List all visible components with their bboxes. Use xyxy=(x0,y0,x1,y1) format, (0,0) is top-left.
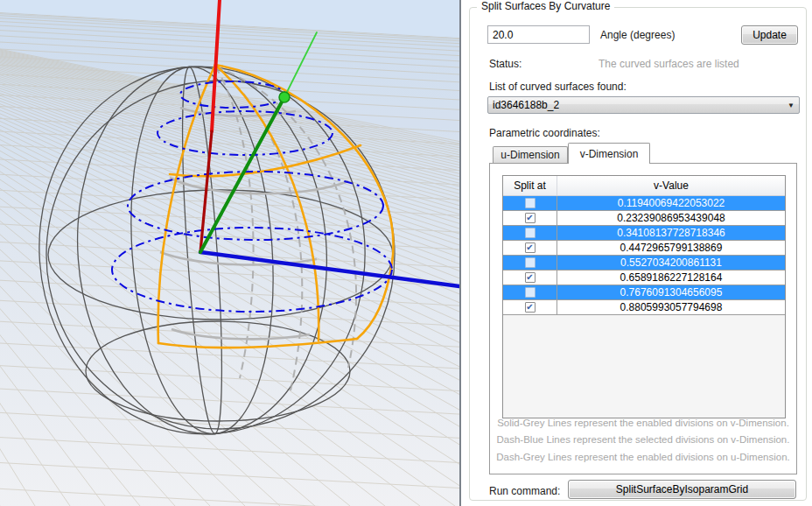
split-surfaces-panel: Split Surfaces By Curvature 20.0 Angle (… xyxy=(461,0,812,506)
v-value-cell: 0.5527034200861131 xyxy=(557,256,785,270)
angle-value: 20.0 xyxy=(493,29,513,41)
footnote-dash-blue: Dash-Blue Lines represent the selected d… xyxy=(490,432,796,449)
tab-v-dimension[interactable]: v-Dimension xyxy=(568,143,650,164)
split-checkbox[interactable]: ✔ xyxy=(525,242,536,253)
v-value-cell: 0.6589186227128164 xyxy=(557,271,785,285)
run-command-button[interactable]: SplitSurfaceByIsoparamGrid xyxy=(568,480,796,499)
v-value-cell: 0.8805993057794698 xyxy=(557,300,785,314)
table-row[interactable]: ✔ 0.4472965799138869 xyxy=(503,241,785,256)
3d-viewport[interactable] xyxy=(0,0,459,506)
v-dimension-tabpanel: Split at v-Value ✔ 0.11940069422053022 ✔… xyxy=(489,163,797,474)
update-button[interactable]: Update xyxy=(741,25,798,45)
run-command-label: Run command: xyxy=(489,485,560,497)
split-checkbox[interactable]: ✔ xyxy=(525,287,536,298)
table-row[interactable]: ✔ 0.34108137728718346 xyxy=(503,226,785,241)
split-surfaces-groupbox: Split Surfaces By Curvature 20.0 Angle (… xyxy=(469,7,807,501)
split-checkbox[interactable]: ✔ xyxy=(525,198,536,208)
angle-label: Angle (degrees) xyxy=(600,29,675,41)
surface-combobox[interactable]: id3646188b_2 ▼ xyxy=(487,96,800,114)
surface-combobox-value: id3646188b_2 xyxy=(488,99,783,111)
split-checkbox[interactable]: ✔ xyxy=(525,257,536,268)
table-row[interactable]: ✔ 0.5527034200861131 xyxy=(503,256,785,271)
parametric-coordinates-label: Parametric coordinates: xyxy=(489,127,600,139)
groupbox-title: Split Surfaces By Curvature xyxy=(477,0,614,12)
footnote-dash-grey: Dash-Grey Lines represent the enabled di… xyxy=(490,449,796,467)
column-header-split-at[interactable]: Split at xyxy=(503,176,557,195)
v-value-cell: 0.4472965799138869 xyxy=(557,241,785,255)
split-checkbox[interactable]: ✔ xyxy=(525,302,536,313)
table-header: Split at v-Value xyxy=(503,176,785,196)
v-value-cell: 0.34108137728718346 xyxy=(557,226,785,240)
table-row[interactable]: ✔ 0.7676091304656095 xyxy=(503,285,785,300)
3d-scene xyxy=(0,0,459,506)
v-value-cell: 0.11940069422053022 xyxy=(557,196,785,210)
v-value-table: Split at v-Value ✔ 0.11940069422053022 ✔… xyxy=(502,175,786,418)
v-value-cell: 0.23239086953439048 xyxy=(557,211,785,225)
status-label: Status: xyxy=(489,58,522,70)
green-marker-dot xyxy=(279,92,290,102)
surface-list-label: List of curved surfaces found: xyxy=(489,81,626,93)
split-checkbox[interactable]: ✔ xyxy=(525,272,536,283)
status-value: The curved surfaces are listed xyxy=(598,58,739,70)
footnote-solid-grey: Solid-Grey Lines represent the enabled d… xyxy=(490,415,796,432)
column-header-v-value[interactable]: v-Value xyxy=(557,176,785,195)
table-row[interactable]: ✔ 0.6589186227128164 xyxy=(503,271,785,285)
legend-footnotes: Solid-Grey Lines represent the enabled d… xyxy=(490,415,796,467)
table-row[interactable]: ✔ 0.23239086953439048 xyxy=(503,211,785,226)
split-checkbox[interactable]: ✔ xyxy=(525,213,536,223)
angle-input[interactable]: 20.0 xyxy=(487,25,590,44)
chevron-down-icon: ▼ xyxy=(783,102,799,109)
table-row[interactable]: ✔ 0.8805993057794698 xyxy=(503,300,785,315)
v-value-cell: 0.7676091304656095 xyxy=(557,285,785,299)
tab-u-dimension[interactable]: u-Dimension xyxy=(493,146,568,163)
split-checkbox[interactable]: ✔ xyxy=(525,228,536,238)
table-row[interactable]: ✔ 0.11940069422053022 xyxy=(503,196,785,211)
